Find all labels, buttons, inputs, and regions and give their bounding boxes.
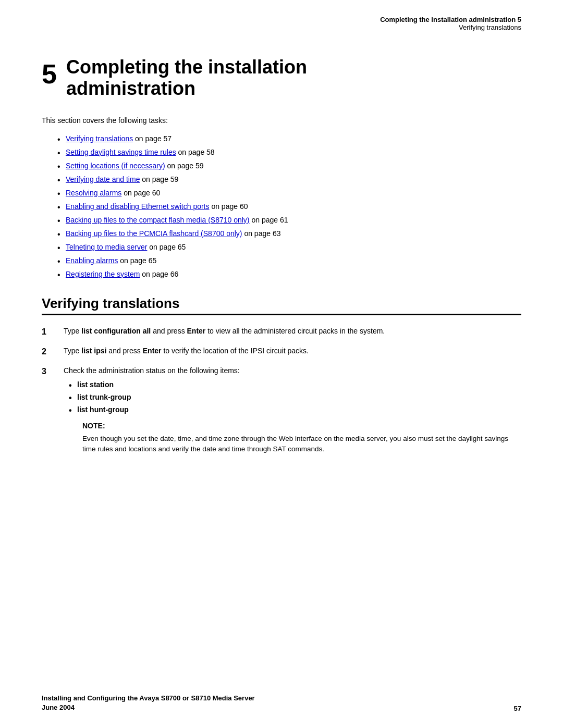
list-item: Registering the system on page 66 (57, 269, 521, 280)
footer-book-title: Installing and Configuring the Avaya S87… (42, 694, 255, 703)
step-2-content: Type list ipsi and press Enter to verify… (64, 346, 521, 358)
step-3: 3 Check the administration status on the… (42, 365, 521, 455)
step-2-number: 2 (42, 346, 60, 358)
chapter-heading: 5 Completing the installation administra… (42, 46, 521, 100)
main-content: 5 Completing the installation administra… (0, 35, 563, 507)
step-1-bold1: list configuration all (81, 327, 151, 335)
toc-link-1[interactable]: Verifying translations (66, 134, 133, 143)
toc-link-10[interactable]: Enabling alarms (66, 256, 118, 265)
toc-link-3[interactable]: Setting locations (if necessary) (66, 162, 165, 170)
toc-link-6[interactable]: Enabling and disabling Ethernet switch p… (66, 202, 210, 211)
toc-link-4[interactable]: Verifying date and time (66, 175, 140, 183)
chapter-number: 5 (42, 60, 57, 88)
toc-link-9[interactable]: Telneting to media server (66, 243, 147, 251)
list-item: Enabling and disabling Ethernet switch p… (57, 201, 521, 212)
list-item: Verifying date and time on page 59 (57, 174, 521, 185)
toc-link-2[interactable]: Setting daylight savings time rules (66, 148, 176, 156)
toc-link-5[interactable]: Resolving alarms (66, 189, 121, 197)
step-2-bold2: Enter (143, 347, 162, 355)
list-item: Setting locations (if necessary) on page… (57, 161, 521, 171)
sub-bullet-1: list station (69, 379, 521, 390)
footer-date: June 2004 (42, 703, 255, 712)
toc-link-7[interactable]: Backing up files to the compact flash me… (66, 216, 250, 224)
toc-link-8[interactable]: Backing up files to the PCMCIA flashcard… (66, 229, 242, 238)
header-section-title: Verifying translations (0, 23, 521, 31)
list-item: Resolving alarms on page 60 (57, 188, 521, 199)
intro-text: This section covers the following tasks: (42, 115, 521, 126)
list-item: Backing up files to the PCMCIA flashcard… (57, 228, 521, 239)
step-3-number: 3 (42, 365, 60, 455)
steps-list: 1 Type list configuration all and press … (42, 326, 521, 455)
page-header: Completing the installation administrati… (0, 0, 563, 35)
list-item: Enabling alarms on page 65 (57, 255, 521, 266)
footer-left: Installing and Configuring the Avaya S87… (42, 694, 255, 712)
section-heading-container: Verifying translations (42, 295, 521, 315)
sub-bullet-2: list trunk-group (69, 392, 521, 403)
step-1-number: 1 (42, 326, 60, 338)
chapter-title: Completing the installation administrati… (66, 56, 521, 100)
step-2: 2 Type list ipsi and press Enter to veri… (42, 346, 521, 358)
header-chapter-title: Completing the installation administrati… (0, 16, 521, 23)
step-2-bold1: list ipsi (81, 347, 106, 355)
chapter-title-text: Completing the installation administrati… (66, 56, 521, 100)
step-1-content: Type list configuration all and press En… (64, 326, 521, 338)
section-heading: Verifying translations (42, 295, 521, 312)
list-item: Telneting to media server on page 65 (57, 242, 521, 253)
sub-bullet-3: list hunt-group (69, 404, 521, 415)
step-1: 1 Type list configuration all and press … (42, 326, 521, 338)
step-3-content: Check the administration status on the f… (64, 365, 521, 455)
toc-list: Verifying translations on page 57 Settin… (57, 133, 521, 280)
list-item: Setting daylight savings time rules on p… (57, 147, 521, 158)
footer-page-number: 57 (514, 705, 521, 712)
note-box: NOTE: Even though you set the date, time… (82, 421, 521, 455)
page-container: Completing the installation administrati… (0, 0, 563, 728)
list-item: Backing up files to the compact flash me… (57, 215, 521, 226)
note-label: NOTE: (82, 421, 521, 431)
toc-link-11[interactable]: Registering the system (66, 270, 140, 278)
step-3-subbullets: list station list trunk-group list hunt-… (69, 379, 521, 415)
page-footer: Installing and Configuring the Avaya S87… (42, 694, 521, 712)
step-1-bold2: Enter (187, 327, 206, 335)
list-item: Verifying translations on page 57 (57, 133, 521, 144)
note-text: Even though you set the date, time, and … (82, 434, 521, 455)
